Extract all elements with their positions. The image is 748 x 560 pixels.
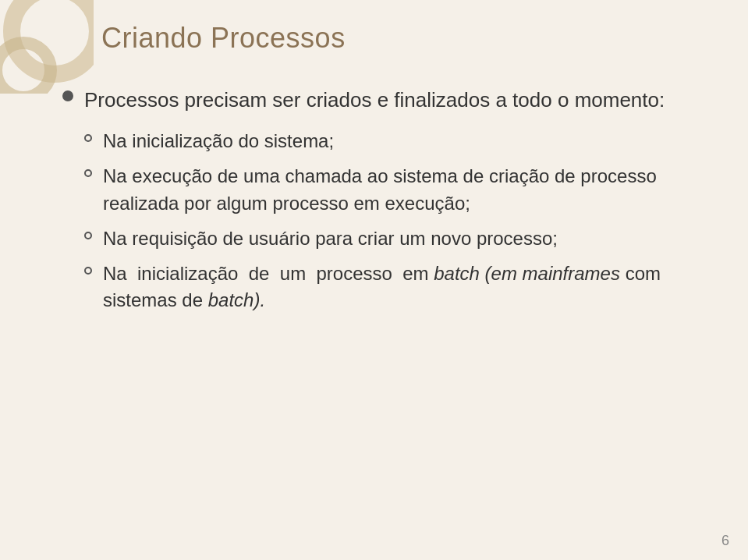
sub-bullet-dot-4 bbox=[84, 267, 92, 275]
sub-bullet-4: Na inicialização de um processo em batch… bbox=[84, 261, 709, 315]
page-number: 6 bbox=[721, 533, 729, 549]
italic-mainframes: mainframes bbox=[523, 263, 620, 284]
sub-bullet-text-1: Na inicialização do sistema; bbox=[103, 128, 334, 155]
sub-bullet-dot-3 bbox=[84, 232, 92, 239]
title-area: Criando Processos bbox=[101, 22, 717, 55]
sub-bullet-dot-1 bbox=[84, 134, 92, 142]
main-bullet-text: Processos precisam ser criados e finaliz… bbox=[84, 86, 665, 114]
content-area: Processos precisam ser criados e finaliz… bbox=[62, 86, 709, 521]
slide: Criando Processos Processos precisam ser… bbox=[0, 0, 748, 560]
slide-title: Criando Processos bbox=[101, 22, 717, 55]
italic-batch-2: batch). bbox=[208, 289, 265, 310]
decorative-circles bbox=[0, 0, 94, 94]
sub-bullet-2: Na execução de uma chamada ao sistema de… bbox=[84, 163, 709, 218]
sub-bullet-text-4: Na inicialização de um processo em batch… bbox=[103, 261, 709, 315]
sub-bullets-list: Na inicialização do sistema; Na execução… bbox=[84, 128, 709, 314]
italic-batch-1: batch bbox=[434, 263, 480, 284]
italic-em: (em bbox=[485, 263, 517, 284]
sub-bullet-text-2: Na execução de uma chamada ao sistema de… bbox=[103, 163, 709, 218]
sub-bullet-1: Na inicialização do sistema; bbox=[84, 128, 709, 155]
main-bullet-dot bbox=[62, 90, 73, 101]
sub-bullet-3: Na requisição de usuário para criar um n… bbox=[84, 225, 709, 253]
sub-bullet-dot-2 bbox=[84, 169, 92, 177]
sub-bullet-text-3: Na requisição de usuário para criar um n… bbox=[103, 225, 558, 253]
main-bullet: Processos precisam ser criados e finaliz… bbox=[62, 86, 709, 114]
